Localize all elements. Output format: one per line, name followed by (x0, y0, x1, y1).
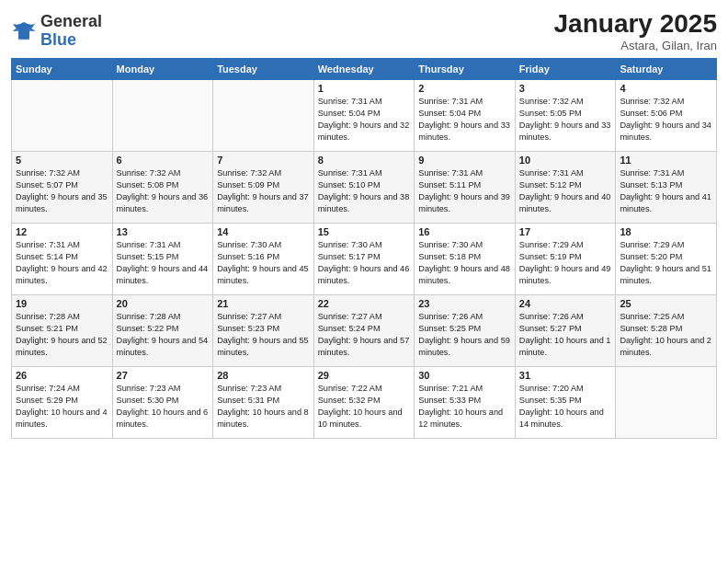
cell-content: Sunrise: 7:32 AM Sunset: 5:05 PM Dayligh… (519, 96, 612, 144)
calendar-cell: 5Sunrise: 7:32 AM Sunset: 5:07 PM Daylig… (12, 152, 113, 224)
calendar-cell (616, 367, 717, 439)
day-number: 28 (217, 370, 310, 381)
cell-content: Sunrise: 7:26 AM Sunset: 5:25 PM Dayligh… (418, 311, 511, 359)
calendar-cell: 21Sunrise: 7:27 AM Sunset: 5:23 PM Dayli… (213, 295, 314, 367)
day-number: 5 (16, 155, 108, 166)
day-number: 13 (117, 226, 210, 237)
calendar-cell: 9Sunrise: 7:31 AM Sunset: 5:11 PM Daylig… (415, 152, 516, 224)
header-day-tuesday: Tuesday (213, 59, 314, 80)
header-day-wednesday: Wednesday (313, 59, 415, 80)
header-day-monday: Monday (112, 59, 213, 80)
day-number: 9 (418, 155, 511, 166)
cell-content: Sunrise: 7:23 AM Sunset: 5:31 PM Dayligh… (217, 383, 310, 431)
calendar-cell: 22Sunrise: 7:27 AM Sunset: 5:24 PM Dayli… (313, 295, 415, 367)
page-header: General Blue January 2025 Astara, Gilan,… (11, 9, 717, 52)
calendar-cell: 15Sunrise: 7:30 AM Sunset: 5:17 PM Dayli… (313, 224, 415, 295)
header-day-sunday: Sunday (12, 59, 113, 80)
cell-content: Sunrise: 7:32 AM Sunset: 5:08 PM Dayligh… (117, 167, 210, 215)
cell-content: Sunrise: 7:27 AM Sunset: 5:24 PM Dayligh… (318, 311, 411, 359)
day-number: 11 (620, 155, 712, 166)
location-text: Astara, Gilan, Iran (554, 39, 717, 52)
week-row-3: 12Sunrise: 7:31 AM Sunset: 5:14 PM Dayli… (12, 224, 717, 295)
cell-content: Sunrise: 7:27 AM Sunset: 5:23 PM Dayligh… (217, 311, 310, 359)
day-number: 1 (318, 83, 411, 94)
calendar-cell: 11Sunrise: 7:31 AM Sunset: 5:13 PM Dayli… (616, 152, 717, 224)
calendar-cell: 2Sunrise: 7:31 AM Sunset: 5:04 PM Daylig… (415, 80, 516, 152)
day-number: 25 (620, 298, 712, 309)
logo: General Blue (11, 13, 102, 50)
calendar-cell: 29Sunrise: 7:22 AM Sunset: 5:32 PM Dayli… (313, 367, 415, 439)
day-number: 12 (16, 226, 108, 237)
cell-content: Sunrise: 7:30 AM Sunset: 5:16 PM Dayligh… (217, 239, 310, 287)
cell-content: Sunrise: 7:29 AM Sunset: 5:19 PM Dayligh… (519, 239, 612, 287)
calendar-cell: 26Sunrise: 7:24 AM Sunset: 5:29 PM Dayli… (12, 367, 113, 439)
calendar-cell: 20Sunrise: 7:28 AM Sunset: 5:22 PM Dayli… (112, 295, 213, 367)
calendar-cell: 19Sunrise: 7:28 AM Sunset: 5:21 PM Dayli… (12, 295, 113, 367)
day-number: 10 (519, 155, 612, 166)
calendar-cell: 8Sunrise: 7:31 AM Sunset: 5:10 PM Daylig… (313, 152, 415, 224)
calendar-cell: 30Sunrise: 7:21 AM Sunset: 5:33 PM Dayli… (415, 367, 516, 439)
header-day-friday: Friday (515, 59, 616, 80)
cell-content: Sunrise: 7:28 AM Sunset: 5:21 PM Dayligh… (16, 311, 108, 359)
day-number: 14 (217, 226, 310, 237)
day-number: 19 (16, 298, 108, 309)
cell-content: Sunrise: 7:28 AM Sunset: 5:22 PM Dayligh… (117, 311, 210, 359)
month-title: January 2025 (554, 9, 717, 39)
cell-content: Sunrise: 7:30 AM Sunset: 5:17 PM Dayligh… (318, 239, 411, 287)
day-number: 29 (318, 370, 411, 381)
cell-content: Sunrise: 7:31 AM Sunset: 5:13 PM Dayligh… (620, 167, 712, 215)
week-row-2: 5Sunrise: 7:32 AM Sunset: 5:07 PM Daylig… (12, 152, 717, 224)
cell-content: Sunrise: 7:25 AM Sunset: 5:28 PM Dayligh… (620, 311, 712, 359)
day-number: 18 (620, 226, 712, 237)
day-number: 3 (519, 83, 612, 94)
day-number: 2 (418, 83, 511, 94)
header-day-saturday: Saturday (616, 59, 717, 80)
calendar-cell: 17Sunrise: 7:29 AM Sunset: 5:19 PM Dayli… (515, 224, 616, 295)
cell-content: Sunrise: 7:31 AM Sunset: 5:15 PM Dayligh… (117, 239, 210, 287)
calendar-cell: 10Sunrise: 7:31 AM Sunset: 5:12 PM Dayli… (515, 152, 616, 224)
calendar-table: SundayMondayTuesdayWednesdayThursdayFrid… (11, 58, 717, 439)
cell-content: Sunrise: 7:31 AM Sunset: 5:14 PM Dayligh… (16, 239, 108, 287)
day-number: 4 (620, 83, 712, 94)
calendar-cell (213, 80, 314, 152)
calendar-cell: 14Sunrise: 7:30 AM Sunset: 5:16 PM Dayli… (213, 224, 314, 295)
logo-general-text: General (40, 12, 102, 30)
day-number: 8 (318, 155, 411, 166)
page-container: General Blue January 2025 Astara, Gilan,… (0, 0, 728, 448)
calendar-cell: 31Sunrise: 7:20 AM Sunset: 5:35 PM Dayli… (515, 367, 616, 439)
header-row: SundayMondayTuesdayWednesdayThursdayFrid… (12, 59, 717, 80)
day-number: 6 (117, 155, 210, 166)
calendar-header: SundayMondayTuesdayWednesdayThursdayFrid… (12, 59, 717, 80)
cell-content: Sunrise: 7:31 AM Sunset: 5:04 PM Dayligh… (318, 96, 411, 144)
day-number: 27 (117, 370, 210, 381)
cell-content: Sunrise: 7:30 AM Sunset: 5:18 PM Dayligh… (418, 239, 511, 287)
calendar-cell: 12Sunrise: 7:31 AM Sunset: 5:14 PM Dayli… (12, 224, 113, 295)
cell-content: Sunrise: 7:20 AM Sunset: 5:35 PM Dayligh… (519, 383, 612, 431)
day-number: 24 (519, 298, 612, 309)
cell-content: Sunrise: 7:26 AM Sunset: 5:27 PM Dayligh… (519, 311, 612, 359)
calendar-cell: 13Sunrise: 7:31 AM Sunset: 5:15 PM Dayli… (112, 224, 213, 295)
cell-content: Sunrise: 7:32 AM Sunset: 5:07 PM Dayligh… (16, 167, 108, 215)
day-number: 16 (418, 226, 511, 237)
cell-content: Sunrise: 7:31 AM Sunset: 5:12 PM Dayligh… (519, 167, 612, 215)
week-row-5: 26Sunrise: 7:24 AM Sunset: 5:29 PM Dayli… (12, 367, 717, 439)
calendar-cell: 24Sunrise: 7:26 AM Sunset: 5:27 PM Dayli… (515, 295, 616, 367)
day-number: 20 (117, 298, 210, 309)
calendar-cell: 18Sunrise: 7:29 AM Sunset: 5:20 PM Dayli… (616, 224, 717, 295)
logo-text: General Blue (40, 13, 102, 50)
day-number: 7 (217, 155, 310, 166)
week-row-4: 19Sunrise: 7:28 AM Sunset: 5:21 PM Dayli… (12, 295, 717, 367)
cell-content: Sunrise: 7:32 AM Sunset: 5:06 PM Dayligh… (620, 96, 712, 144)
cell-content: Sunrise: 7:32 AM Sunset: 5:09 PM Dayligh… (217, 167, 310, 215)
calendar-body: 1Sunrise: 7:31 AM Sunset: 5:04 PM Daylig… (12, 80, 717, 439)
header-day-thursday: Thursday (415, 59, 516, 80)
day-number: 31 (519, 370, 612, 381)
calendar-cell: 6Sunrise: 7:32 AM Sunset: 5:08 PM Daylig… (112, 152, 213, 224)
logo-icon (11, 18, 37, 44)
day-number: 22 (318, 298, 411, 309)
calendar-cell: 16Sunrise: 7:30 AM Sunset: 5:18 PM Dayli… (415, 224, 516, 295)
cell-content: Sunrise: 7:24 AM Sunset: 5:29 PM Dayligh… (16, 383, 108, 431)
calendar-cell: 7Sunrise: 7:32 AM Sunset: 5:09 PM Daylig… (213, 152, 314, 224)
calendar-cell (112, 80, 213, 152)
day-number: 15 (318, 226, 411, 237)
